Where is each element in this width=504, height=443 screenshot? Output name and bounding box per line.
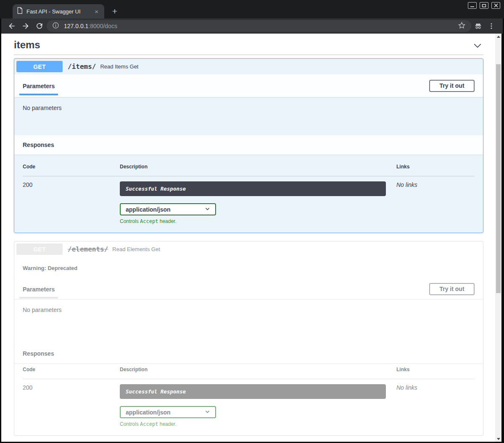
responses-header: Responses (14, 135, 483, 155)
url-path: :8000/docs (88, 23, 117, 29)
responses-table: Code Description Links 200 Successful Re… (14, 155, 483, 233)
try-it-out-button[interactable]: Try it out (429, 80, 475, 92)
no-links-text: No links (396, 384, 475, 427)
responses-title: Responses (23, 142, 54, 148)
minimize-button[interactable] (468, 2, 477, 9)
parameters-header: Parameters Try it out (14, 279, 483, 299)
tab-parameters[interactable]: Parameters (23, 76, 55, 95)
tab-close-icon[interactable]: × (93, 8, 100, 16)
scroll-up-arrow-icon[interactable] (495, 34, 501, 39)
scrollbar[interactable] (495, 34, 501, 442)
responses-header: Responses (14, 344, 483, 363)
opblock-get-items: GET /items/ Read Items Get Parameters Tr… (14, 58, 483, 233)
browser-tab[interactable]: Fast API - Swagger UI × (13, 4, 104, 18)
site-info-icon[interactable] (52, 22, 59, 31)
endpoint-summary: Read Items Get (100, 63, 138, 70)
responses-columns: Code Description Links (23, 367, 475, 379)
chevron-down-icon[interactable] (472, 41, 483, 52)
response-code: 200 (23, 384, 120, 427)
tag-section-items[interactable]: items (14, 36, 483, 55)
forward-button[interactable] (21, 22, 30, 30)
column-description: Description (120, 164, 396, 170)
select-chevron-icon (205, 206, 210, 213)
parameters-body: No parameters (14, 97, 483, 135)
try-it-out-button[interactable]: Try it out (429, 283, 475, 295)
controls-accept-note: Controls Accept header. (120, 218, 396, 224)
select-chevron-icon (205, 409, 210, 416)
back-button[interactable] (8, 22, 16, 30)
table-row: 200 Successful Response application/json… (23, 379, 475, 427)
endpoint-path: /elements/ (63, 245, 112, 253)
column-links: Links (396, 164, 475, 170)
controls-accept-note: Controls Accept header. (120, 421, 396, 427)
media-type-select[interactable]: application/json (120, 406, 216, 418)
no-links-text: No links (396, 181, 475, 224)
page-favicon-icon (17, 7, 23, 16)
menu-dots-icon[interactable] (488, 22, 496, 30)
page-title: items (14, 36, 483, 51)
response-code: 200 (23, 181, 120, 224)
url-text[interactable]: 127.0.0.1:8000/docs (64, 23, 458, 29)
column-description: Description (120, 367, 396, 372)
media-type-select[interactable]: application/json (120, 203, 216, 215)
scroll-down-arrow-icon[interactable] (495, 436, 501, 442)
parameters-header: Parameters Try it out (14, 74, 483, 97)
table-row: 200 Successful Response application/json… (23, 176, 475, 224)
reload-button[interactable] (35, 22, 44, 30)
browser-titlebar: Fast API - Swagger UI × + (0, 0, 504, 18)
parameters-body: No parameters (14, 299, 483, 344)
response-description: Successful Response application/json Con… (120, 384, 396, 427)
media-type-value: application/json (126, 409, 171, 416)
new-tab-button[interactable]: + (110, 7, 119, 16)
tab-title: Fast API - Swagger UI (26, 8, 89, 15)
endpoint-summary: Read Elements Get (112, 246, 160, 252)
response-description-text: Successful Response (126, 186, 186, 192)
close-window-button[interactable] (491, 2, 500, 9)
no-parameters-text: No parameters (23, 307, 62, 313)
endpoint-path: /items/ (63, 63, 100, 71)
responses-columns: Code Description Links (23, 164, 475, 176)
window-controls (468, 2, 500, 9)
response-description: Successful Response application/json Con… (120, 181, 396, 224)
opblock-get-elements-deprecated: GET /elements/ Read Elements Get Warning… (14, 241, 483, 436)
column-links: Links (396, 367, 475, 372)
bookmark-star-icon[interactable] (458, 21, 466, 31)
responses-title: Responses (23, 350, 54, 357)
response-description-box: Successful Response (120, 181, 386, 196)
deprecated-warning: Warning: Deprecated (14, 257, 483, 279)
scrollbar-thumb[interactable] (496, 64, 501, 293)
media-type-value: application/json (126, 206, 171, 213)
browser-toolbar: 127.0.0.1:8000/docs (1, 18, 503, 34)
opblock-summary[interactable]: GET /elements/ Read Elements Get (14, 241, 483, 257)
opblock-summary[interactable]: GET /items/ Read Items Get (14, 59, 483, 74)
no-parameters-text: No parameters (23, 105, 62, 111)
response-description-box: Successful Response (120, 384, 386, 399)
page-content: items GET /items/ Read Items Get Paramet… (1, 34, 495, 442)
column-code: Code (23, 164, 120, 170)
column-code: Code (23, 367, 120, 372)
method-badge: GET (16, 244, 63, 255)
maximize-button[interactable] (480, 2, 488, 9)
responses-table: Code Description Links 200 Successful Re… (14, 363, 483, 435)
url-bar[interactable]: 127.0.0.1:8000/docs (47, 20, 471, 32)
incognito-icon[interactable] (474, 22, 482, 30)
response-description-text: Successful Response (126, 388, 186, 395)
url-host: 127.0.0.1 (64, 23, 88, 29)
tab-parameters[interactable]: Parameters (23, 279, 55, 299)
method-badge: GET (16, 61, 63, 72)
